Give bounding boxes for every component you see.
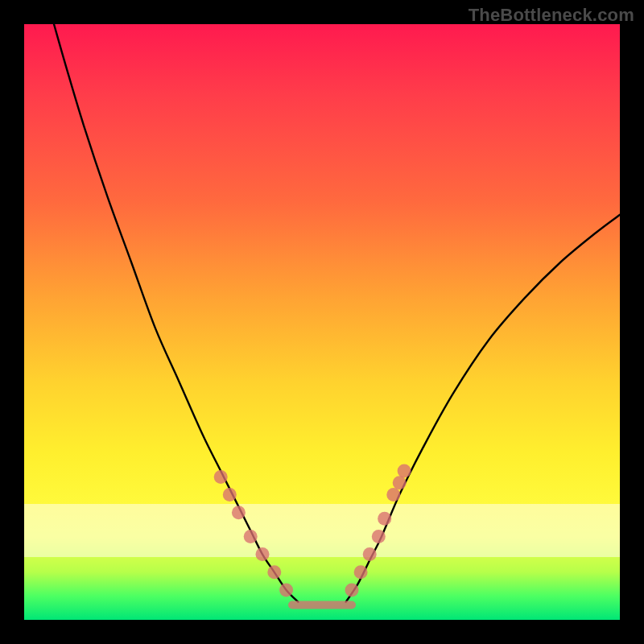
data-marker xyxy=(256,547,270,561)
data-marker xyxy=(363,547,377,561)
data-marker xyxy=(378,512,391,526)
data-marker xyxy=(393,476,407,489)
data-marker xyxy=(232,506,246,519)
markers-right xyxy=(345,464,411,597)
data-marker xyxy=(354,565,368,579)
data-marker xyxy=(398,464,411,478)
data-marker xyxy=(214,470,228,484)
data-marker xyxy=(372,530,386,543)
plot-area xyxy=(24,24,620,620)
markers-left xyxy=(214,470,293,597)
curve-layer xyxy=(24,24,620,620)
data-marker xyxy=(244,530,258,543)
left-curve xyxy=(54,24,298,602)
right-curve xyxy=(346,215,620,602)
data-marker xyxy=(223,488,237,502)
watermark-text: TheBottleneck.com xyxy=(469,5,634,26)
data-marker xyxy=(279,584,293,597)
data-marker xyxy=(345,584,359,597)
chart-frame: TheBottleneck.com xyxy=(0,0,644,644)
data-marker xyxy=(267,565,281,579)
data-marker xyxy=(386,488,400,502)
